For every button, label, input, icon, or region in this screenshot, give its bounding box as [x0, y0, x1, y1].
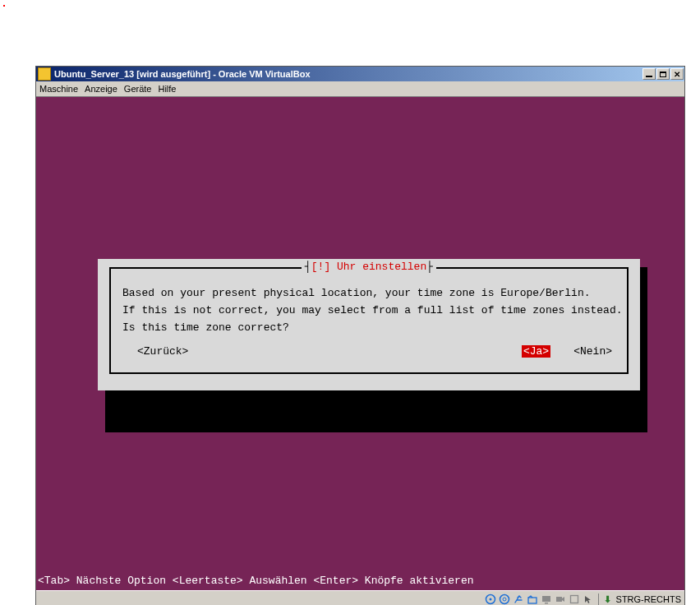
menu-help[interactable]: Hilfe [158, 84, 176, 94]
virtualbox-icon [38, 67, 51, 81]
svg-rect-5 [542, 596, 550, 602]
keyboard-hint: <Tab> Nächste Option <Leertaste> Auswähl… [38, 575, 474, 587]
yes-button[interactable]: <Ja> [522, 345, 550, 358]
guest-screen[interactable]: ┤ [!] Uhr einstellen ├ Based on your pre… [36, 97, 684, 590]
menu-devices[interactable]: Geräte [124, 84, 152, 94]
menubar: Maschine Anzeige Geräte Hilfe [36, 81, 684, 97]
menu-machine[interactable]: Maschine [39, 84, 78, 94]
close-button[interactable]: ✕ [670, 68, 684, 80]
svg-rect-4 [528, 598, 537, 603]
svg-point-3 [503, 598, 506, 601]
hard-disk-icon[interactable] [485, 593, 496, 605]
recording-icon[interactable] [555, 593, 566, 605]
no-button[interactable]: <Nein> [573, 345, 612, 358]
keyboard-capture-icon: ⬇ [602, 593, 614, 605]
statusbar: ⬇ STRG-RECHTS [36, 590, 684, 605]
dialog-title-bang: [!] [311, 261, 330, 273]
svg-rect-8 [570, 596, 578, 603]
window-title: Ubuntu_Server_13 [wird ausgeführt] - Ora… [54, 69, 311, 79]
svg-point-2 [500, 595, 509, 604]
close-icon: ✕ [674, 70, 680, 79]
mouse-integration-icon[interactable] [583, 593, 594, 605]
minimize-icon [646, 76, 652, 77]
minimize-button[interactable] [642, 68, 656, 80]
dialog-title: ┤ [!] Uhr einstellen ├ [302, 261, 436, 273]
dialog-line-1: Based on your present physical location,… [122, 287, 615, 299]
dialog-line-2: If this is not correct, you may select f… [122, 304, 615, 316]
shared-folders-icon[interactable] [527, 593, 538, 605]
optical-disk-icon[interactable] [499, 593, 510, 605]
titlebar: Ubuntu_Server_13 [wird ausgeführt] - Ora… [36, 67, 684, 81]
host-key-label: STRG-RECHTS [616, 594, 681, 604]
menu-view[interactable]: Anzeige [85, 84, 117, 94]
window-controls: ✕ [642, 68, 684, 80]
dialog-title-text: Uhr einstellen [337, 261, 426, 273]
back-button[interactable]: <Zurück> [137, 345, 188, 358]
svg-point-1 [489, 598, 491, 601]
host-key-indicator[interactable]: ⬇ STRG-RECHTS [598, 593, 681, 605]
dialog-frame: ┤ [!] Uhr einstellen ├ Based on your pre… [109, 267, 629, 374]
usb-icon[interactable] [513, 593, 524, 605]
maximize-icon [660, 72, 666, 77]
vm-window: Ubuntu_Server_13 [wird ausgeführt] - Ora… [35, 66, 685, 605]
svg-rect-7 [556, 597, 562, 602]
timezone-dialog: ┤ [!] Uhr einstellen ├ Based on your pre… [98, 259, 640, 390]
svg-rect-6 [545, 603, 548, 604]
display-icon[interactable] [541, 593, 552, 605]
guest-additions-icon[interactable] [569, 593, 580, 605]
maximize-button[interactable] [656, 68, 670, 80]
dialog-line-3: Is this time zone correct? [122, 321, 615, 334]
dialog-buttons: <Zurück> <Ja> <Nein> [122, 345, 615, 358]
